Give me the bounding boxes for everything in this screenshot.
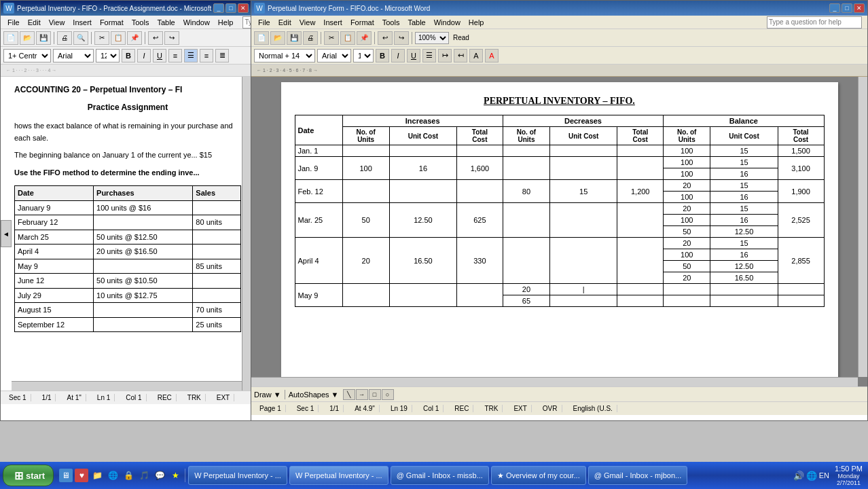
right-menu-insert[interactable]: Insert xyxy=(319,17,346,28)
left-align-center[interactable]: ☰ xyxy=(184,49,198,62)
right-tb-redo[interactable]: ↪ xyxy=(394,31,409,45)
right-highlight[interactable]: A xyxy=(469,49,483,62)
left-close-btn[interactable]: ✕ xyxy=(238,3,249,13)
left-italic-btn[interactable]: I xyxy=(137,49,151,62)
right-menu-tools[interactable]: Tools xyxy=(378,17,404,28)
right-menu-format[interactable]: Format xyxy=(346,17,378,28)
right-indent[interactable]: ↦ xyxy=(438,49,452,62)
ql-icon-7[interactable]: 💬 xyxy=(153,469,166,482)
right-scrollbar-h[interactable] xyxy=(251,377,858,386)
ql-icon-3[interactable]: 📁 xyxy=(90,469,104,482)
left-align-right[interactable]: ≡ xyxy=(200,49,213,62)
left-menu-tools[interactable]: Tools xyxy=(128,17,153,28)
left-menu-insert[interactable]: Insert xyxy=(69,17,96,28)
tb-cut[interactable]: ✂ xyxy=(94,31,109,45)
taskbar-item-2[interactable]: W Perpetual Inventory - ... xyxy=(289,466,388,485)
ql-icon-1[interactable]: 🖥 xyxy=(59,469,73,482)
right-maximize-btn[interactable]: □ xyxy=(842,3,852,13)
right-doc-area: PERPETUAL INVENTORY – FIFO. Date Increas… xyxy=(251,77,867,386)
right-scrollbar-v[interactable] xyxy=(858,77,867,377)
right-font-color[interactable]: A xyxy=(485,49,499,62)
right-menu-table[interactable]: Table xyxy=(403,17,429,28)
left-table-cell-date: March 25 xyxy=(15,230,94,244)
right-format-bar: Normal + 14 pt Arial 14 B I U ☰ ↦ ↤ A A xyxy=(251,47,867,65)
right-style-select[interactable]: Normal + 14 pt xyxy=(254,49,315,62)
left-maximize-btn[interactable]: □ xyxy=(225,3,236,13)
left-minimize-btn[interactable]: _ xyxy=(213,3,224,13)
tb-paste[interactable]: 📌 xyxy=(127,31,142,45)
right-menu-edit[interactable]: Edit xyxy=(274,17,295,28)
right-bold-btn[interactable]: B xyxy=(376,49,389,62)
left-bold-btn[interactable]: B xyxy=(122,49,135,62)
taskbar-item-3[interactable]: @ Gmail - Inbox - missb... xyxy=(391,466,489,485)
tb-open[interactable]: 📂 xyxy=(20,31,35,45)
inv-cell: 15 xyxy=(710,145,778,157)
left-font-select[interactable]: Arial xyxy=(53,49,94,62)
right-tb-save[interactable]: 💾 xyxy=(287,31,302,45)
tb-new[interactable]: 📄 xyxy=(3,31,18,45)
tb-print[interactable]: 🖨 xyxy=(57,31,72,45)
left-style-select[interactable]: 1+ Centr xyxy=(3,49,51,62)
draw-oval-btn[interactable]: ○ xyxy=(382,389,394,400)
right-menu-view[interactable]: View xyxy=(295,17,320,28)
right-close-btn[interactable]: ✕ xyxy=(854,3,865,13)
taskbar-item-1[interactable]: W Perpetual Inventory - ... xyxy=(188,466,287,485)
left-menu-view[interactable]: View xyxy=(45,17,69,28)
taskbar-item-4[interactable]: ★ Overview of my cour... xyxy=(491,466,586,485)
left-underline-btn[interactable]: U xyxy=(153,49,166,62)
left-menu-help[interactable]: Help xyxy=(214,17,238,28)
left-align-justify[interactable]: ≣ xyxy=(215,49,229,62)
draw-rect-btn[interactable]: □ xyxy=(369,389,381,400)
left-table-cell-date: June 12 xyxy=(15,274,94,289)
left-menu-format[interactable]: Format xyxy=(96,17,128,28)
left-menu-edit[interactable]: Edit xyxy=(24,17,45,28)
right-tb-cut[interactable]: ✂ xyxy=(324,31,339,45)
right-menu-help[interactable]: Help xyxy=(465,17,488,28)
tb-copy[interactable]: 📋 xyxy=(111,31,126,45)
left-nav-prev[interactable]: ◄ xyxy=(1,220,12,247)
ql-icon-2[interactable]: ♥ xyxy=(75,469,88,482)
taskbar-item-5[interactable]: @ Gmail - Inbox - mjbon... xyxy=(588,466,688,485)
left-scrollbar-h[interactable] xyxy=(12,381,242,391)
draw-arrow-btn[interactable]: → xyxy=(356,389,368,400)
left-status-col: Col 1 xyxy=(122,394,146,401)
ql-icon-6[interactable]: 🎵 xyxy=(137,469,151,482)
left-menu-table[interactable]: Table xyxy=(153,17,179,28)
ql-icon-8[interactable]: ★ xyxy=(168,469,182,482)
right-tb-copy[interactable]: 📋 xyxy=(340,31,355,45)
ql-icon-5[interactable]: 🔒 xyxy=(122,469,135,482)
left-scrollbar-v[interactable] xyxy=(242,77,251,391)
right-underline-btn[interactable]: U xyxy=(407,49,420,62)
start-button[interactable]: ⊞ start xyxy=(3,465,54,486)
tb-undo[interactable]: ↩ xyxy=(148,31,163,45)
tb-preview[interactable]: 🔍 xyxy=(73,31,88,45)
left-size-select[interactable]: 12 xyxy=(96,49,120,62)
right-font-select[interactable]: Arial xyxy=(317,49,351,62)
right-tb-print[interactable]: 🖨 xyxy=(303,31,318,45)
right-align-btns[interactable]: ☰ xyxy=(422,49,436,62)
right-italic-btn[interactable]: I xyxy=(391,49,405,62)
right-ask-input[interactable] xyxy=(767,16,862,29)
right-tb-paste[interactable]: 📌 xyxy=(357,31,372,45)
left-align-left[interactable]: ≡ xyxy=(168,49,182,62)
inv-inc-units: No. ofUnits xyxy=(342,127,389,145)
right-zoom-select[interactable]: 100% xyxy=(415,32,449,44)
read-mode-btn[interactable]: Read xyxy=(453,34,469,41)
right-size-select[interactable]: 14 xyxy=(353,49,374,62)
left-table-cell-date: July 29 xyxy=(15,288,94,303)
table-row: May 985 units xyxy=(15,259,241,274)
left-menu-file[interactable]: File xyxy=(3,17,24,28)
right-tb-new[interactable]: 📄 xyxy=(254,31,269,45)
inv-cell: 50 xyxy=(342,203,389,238)
draw-line-btn[interactable]: ╲ xyxy=(343,389,355,400)
tb-redo[interactable]: ↪ xyxy=(164,31,179,45)
right-tb-open[interactable]: 📂 xyxy=(270,31,285,45)
right-outdent[interactable]: ↤ xyxy=(454,49,467,62)
right-minimize-btn[interactable]: _ xyxy=(829,3,840,13)
left-menu-window[interactable]: Window xyxy=(179,17,214,28)
right-tb-undo[interactable]: ↩ xyxy=(378,31,393,45)
ql-icon-4[interactable]: 🌐 xyxy=(106,469,120,482)
right-menu-window[interactable]: Window xyxy=(430,17,465,28)
tb-save[interactable]: 💾 xyxy=(36,31,51,45)
right-menu-file[interactable]: File xyxy=(254,17,274,28)
